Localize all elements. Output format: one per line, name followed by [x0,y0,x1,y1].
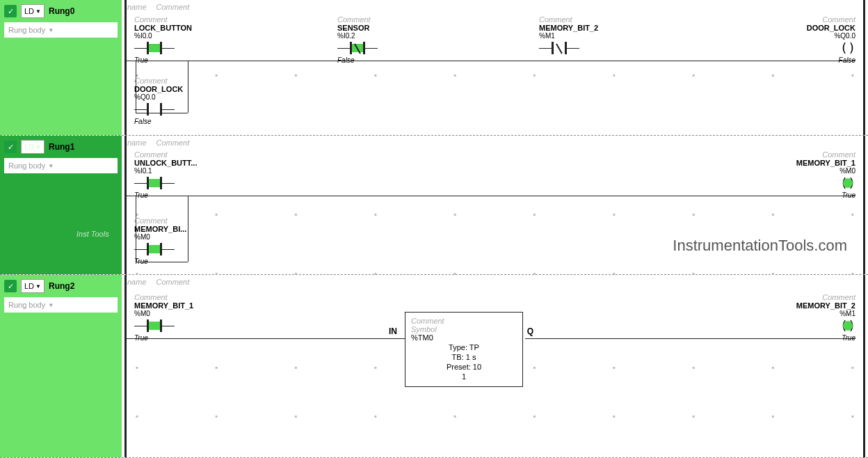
timer-q-pin: Q [527,326,533,336]
contact-unlock-button[interactable]: Comment UNLOCK_BUTT... %I0.1 True [134,150,225,199]
contact-lock-button[interactable]: Comment LOCK_BUTTON %I0.0 True [134,15,225,64]
left-power-rail [124,275,127,457]
rung2-title: Rung2 [49,281,74,291]
rung0-type-dropdown[interactable]: LD▼ [21,4,45,18]
right-power-rail [863,0,865,135]
rung1-type-dropdown[interactable]: LD▼ [21,140,45,154]
coil-memory-bit-2[interactable]: Comment MEMORY_BIT_2 %M1 () True [765,293,855,342]
rung1-check[interactable]: ✓ [4,141,17,153]
contact-memory-bit-2[interactable]: Comment MEMORY_BIT_2 %M1 [539,15,629,55]
timer-in-pin: IN [389,326,397,336]
check-icon: ✓ [8,283,14,290]
contact-memory-bit-1-branch[interactable]: Comment MEMORY_BI... %M0 True [134,216,225,265]
right-power-rail [863,275,865,457]
contact-sensor[interactable]: Comment SENSOR %I0.2 False [337,15,428,64]
rung0-title: Rung0 [49,6,74,16]
rung2-sidebar: ✓ LD▼ Rung2 Rung body▼ [0,275,122,457]
side-watermark: Inst Tools [77,230,109,238]
chevron-down-icon: ▼ [35,8,41,15]
main-watermark: InstrumentationTools.com [673,237,847,255]
rung2-type-dropdown[interactable]: LD▼ [21,279,45,293]
coil-door-lock[interactable]: Comment DOOR_LOCK %Q0.0 () False [765,15,855,64]
rung0-check[interactable]: ✓ [4,5,17,17]
rung2: ✓ LD▼ Rung2 Rung body▼ nameComment ■■■■■… [0,275,868,458]
chevron-down-icon: ▼ [48,302,54,308]
rung1-title: Rung1 [49,142,74,152]
function-block-timer[interactable]: IN Q Comment Symbol %TM0 Type: TP TB: 1 … [405,312,523,387]
rung0-body-dropdown[interactable]: Rung body▼ [4,22,118,38]
contact-memory-bit-1[interactable]: Comment MEMORY_BIT_1 %M0 True [134,293,225,342]
chevron-down-icon: ▼ [48,163,54,169]
rung1-body-dropdown[interactable]: Rung body▼ [4,158,118,173]
rung0-ladder: nameComment ■■■■■■■■■■ Comment LOCK_BUTT… [122,0,868,135]
rung2-body-dropdown[interactable]: Rung body▼ [4,297,118,313]
check-icon: ✓ [8,143,14,151]
coil-memory-bit-1[interactable]: Comment MEMORY_BIT_1 %M0 () True [765,150,855,199]
left-power-rail [124,136,127,274]
chevron-down-icon: ▼ [35,144,41,150]
left-power-rail [124,0,127,135]
rung0-sidebar: ✓ LD▼ Rung0 Rung body▼ [0,0,122,135]
chevron-down-icon: ▼ [48,27,54,33]
rung0: ✓ LD▼ Rung0 Rung body▼ nameComment ■■■■■… [0,0,868,136]
right-power-rail [863,136,865,274]
rung2-check[interactable]: ✓ [4,280,17,292]
rung2-ladder: nameComment ■■■■■■■■■■ ■■■■■■■■■■ Commen… [122,275,868,457]
check-icon: ✓ [8,8,14,15]
chevron-down-icon: ▼ [35,283,41,290]
contact-door-lock-branch[interactable]: Comment DOOR_LOCK %Q0.0 False [134,77,225,125]
rung1-sidebar: ✓ LD▼ Rung1 Rung body▼ [0,136,122,274]
